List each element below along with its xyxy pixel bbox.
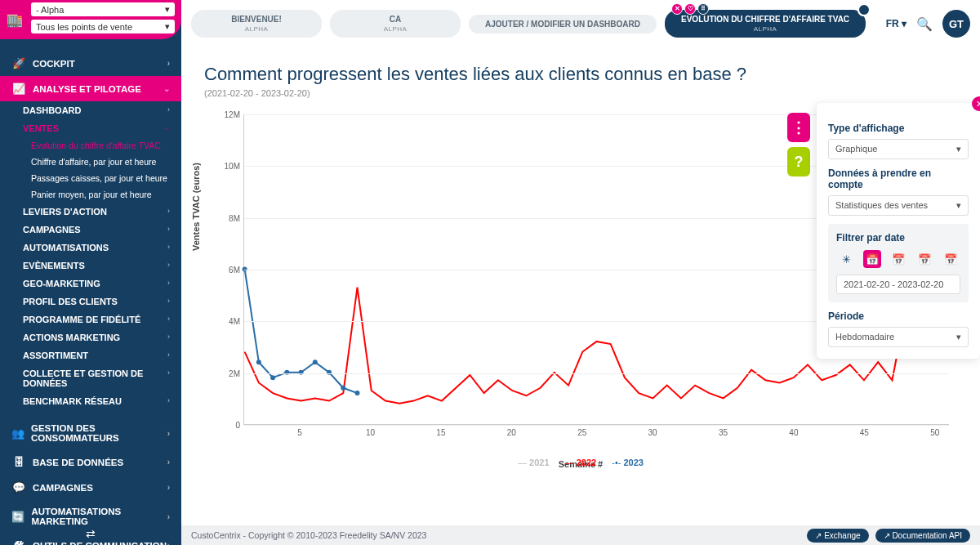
y-axis-label: Ventes TVAC (euros) — [191, 163, 201, 251]
nav-campagnes2[interactable]: 💬CAMPAGNES› — [0, 475, 181, 500]
chevron-down-icon: ⌄ — [163, 123, 170, 133]
svg-point-8 — [355, 391, 360, 395]
date-preset-all[interactable]: ✳ — [837, 250, 855, 268]
sidebar: 🏬 - Alpha▾ Tous les points de vente▾ 🚀CO… — [0, 0, 181, 545]
footer-copyright: CustoCentrix - Copyright © 2010-2023 Fre… — [191, 530, 426, 540]
chevron-down-icon: ▾ — [165, 4, 170, 15]
nav-cockpit[interactable]: 🚀COCKPIT› — [0, 51, 181, 76]
heart-icon[interactable]: ♡ — [684, 3, 696, 15]
chat-icon: 💬 — [11, 481, 26, 494]
chevron-down-icon: ▾ — [165, 21, 170, 32]
sub-evenements[interactable]: EVÈNEMENTS› — [0, 257, 181, 275]
panel-type-label: Type d'affichage — [828, 123, 969, 134]
pos-select[interactable]: Tous les points de vente▾ — [31, 20, 175, 34]
pin-icon[interactable]: ✕ — [671, 3, 683, 15]
filter-panel: ✕ Type d'affichage Graphique▾ Données à … — [817, 103, 980, 359]
database-icon: 🗄 — [11, 456, 26, 468]
grip-icon[interactable]: ⠿ — [697, 3, 709, 15]
sub-benchmark[interactable]: BENCHMARK RÉSEAU› — [0, 392, 181, 410]
panel-close-icon[interactable]: ✕ — [972, 96, 980, 111]
tab-close-icon[interactable]: ✕ — [858, 3, 871, 16]
sub-ventes-panier[interactable]: Panier moyen, par jour et heure — [0, 186, 181, 203]
footer: CustoCentrix - Copyright © 2010-2023 Fre… — [181, 525, 980, 545]
date-preset-week[interactable]: 📅 — [889, 250, 907, 268]
sub-ventes[interactable]: VENTES⌄ — [0, 119, 181, 137]
rocket-icon: 🚀 — [11, 57, 26, 69]
sub-leviers[interactable]: LEVIERS D'ACTION› — [0, 203, 181, 221]
chevron-down-icon: ▾ — [956, 144, 961, 154]
panel-type-select[interactable]: Graphique▾ — [828, 139, 969, 159]
tab-ca[interactable]: CAALPHA — [330, 10, 461, 38]
sidebar-header: 🏬 - Alpha▾ Tous les points de vente▾ — [0, 0, 181, 39]
sub-profil[interactable]: PROFIL DES CLIENTS› — [0, 293, 181, 310]
page-title: Comment progressent les ventes liées aux… — [204, 64, 957, 85]
topbar: BIENVENUE!ALPHA CAALPHA AJOUTER / MODIFI… — [181, 0, 980, 47]
store-select[interactable]: - Alpha▾ — [31, 2, 175, 16]
store-icon: 🏬 — [7, 12, 23, 28]
svg-point-5 — [313, 360, 318, 364]
users-icon: 👥 — [11, 427, 24, 440]
sub-campagnes[interactable]: CAMPAGNES› — [0, 221, 181, 239]
chevron-down-icon: ⌄ — [163, 84, 170, 93]
footer-exchange[interactable]: ↗ Exchange — [807, 529, 868, 543]
sub-geo[interactable]: GEO-MARKETING› — [0, 275, 181, 293]
svg-point-7 — [341, 386, 345, 391]
sub-ventes-passages[interactable]: Passages caisses, par jour et heure — [0, 170, 181, 186]
chevron-down-icon: ▾ — [956, 200, 961, 211]
legend: — 2021 — 2022 -•- 2023 — [204, 458, 957, 467]
nav-bdd[interactable]: 🗄BASE DE DONNÉES› — [0, 449, 181, 475]
date-preset-year[interactable]: 📅 — [942, 250, 960, 268]
sub-collecte[interactable]: COLLECTE ET GESTION DE DONNÉES› — [0, 364, 181, 392]
avatar[interactable]: GT — [942, 10, 970, 38]
sub-dashboard[interactable]: DASHBOARD› — [0, 101, 181, 119]
sub-fidelite[interactable]: PROGRAMME DE FIDÉLITÉ› — [0, 310, 181, 328]
page-date-range: (2021-02-20 - 2023-02-20) — [204, 88, 957, 98]
refresh-icon: 🔄 — [11, 511, 24, 523]
chevron-right-icon: › — [167, 59, 170, 68]
main: Comment progressent les ventes liées aux… — [181, 47, 980, 525]
search-icon[interactable]: 🔍 — [916, 16, 933, 32]
tab-bienvenue[interactable]: BIENVENUE!ALPHA — [191, 10, 322, 38]
svg-point-1 — [256, 360, 261, 364]
chevron-down-icon: ▾ — [956, 332, 961, 342]
panel-data-label: Données à prendre en compte — [828, 168, 969, 190]
legend-2023[interactable]: -•- 2023 — [612, 458, 644, 467]
date-range-input[interactable]: 2021-02-20 - 2023-02-20 — [836, 275, 960, 294]
sub-actions[interactable]: ACTIONS MARKETING› — [0, 328, 181, 346]
date-preset-day[interactable]: 📅 — [863, 250, 881, 268]
sub-auto[interactable]: AUTOMATISATIONS› — [0, 239, 181, 257]
sub-ventes-evolution[interactable]: Evolution du chiffre d'affaire TVAC — [0, 137, 181, 154]
footer-doc[interactable]: ↗ Documentation API — [875, 529, 970, 543]
panel-filter-label: Filtrer par date — [836, 232, 960, 243]
lang-select[interactable]: FR ▾ — [886, 18, 906, 29]
sub-assortiment[interactable]: ASSORTIMENT› — [0, 346, 181, 364]
sub-ventes-ca[interactable]: Chiffre d'affaire, par jour et heure — [0, 154, 181, 170]
tab-ajouter[interactable]: AJOUTER / MODIFIER UN DASHBOARD — [469, 15, 657, 34]
tab-evolution[interactable]: ✕ ♡ ⠿ EVOLUTION DU CHIFFRE D'AFFAIRE TVA… — [665, 10, 866, 38]
chart-icon: 📈 — [11, 83, 26, 95]
legend-2022[interactable]: — 2022 — [565, 458, 597, 467]
date-preset-month[interactable]: 📅 — [915, 250, 933, 268]
nav-gestion[interactable]: 👥GESTION DES CONSOMMATEURS› — [0, 417, 181, 449]
panel-period-label: Période — [828, 310, 969, 322]
svg-point-2 — [270, 375, 275, 380]
nav-analyse[interactable]: 📈ANALYSE ET PILOTAGE⌄ — [0, 76, 181, 101]
help-button[interactable]: ? — [787, 147, 810, 176]
panel-period-select[interactable]: Hebdomadaire▾ — [828, 327, 969, 347]
sidebar-collapse[interactable]: ⇄ — [0, 522, 181, 545]
options-button[interactable]: ⋮ — [787, 113, 810, 142]
legend-2021[interactable]: — 2021 — [518, 458, 550, 467]
panel-data-select[interactable]: Statistiques des ventes▾ — [828, 195, 969, 216]
